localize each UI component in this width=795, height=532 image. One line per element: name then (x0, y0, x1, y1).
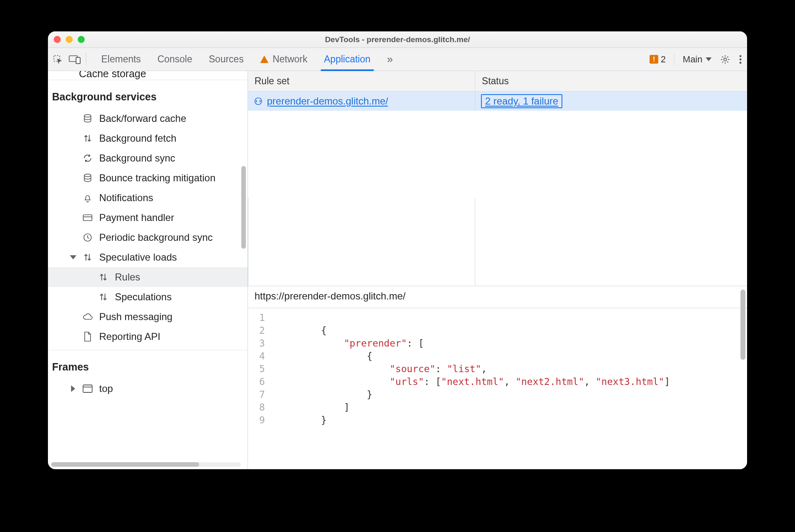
sidebar-item-back-forward-cache[interactable]: Back/forward cache (48, 109, 248, 128)
sidebar-item-periodic-background-sync[interactable]: Periodic background sync (48, 228, 248, 247)
window-close-button[interactable] (54, 36, 61, 43)
database-icon (82, 173, 93, 183)
bell-icon (82, 193, 93, 203)
window-minimize-button[interactable] (66, 36, 73, 43)
sidebar-section-background-services: Background services (48, 80, 248, 109)
svg-rect-12 (83, 385, 92, 392)
sidebar-item-label: Payment handler (99, 212, 174, 223)
swap-vert-icon (82, 252, 93, 262)
chevron-right-icon (70, 385, 76, 392)
sidebar-section-frames: Frames (48, 350, 248, 379)
sidebar-item-cache-storage[interactable]: Cache storage (48, 71, 248, 80)
ruleset-source-icon (254, 97, 263, 106)
sidebar-item-label: Speculations (115, 291, 171, 303)
status-cell[interactable]: 2 ready, 1 failure (475, 92, 747, 111)
tab-application[interactable]: Application (323, 48, 371, 71)
sidebar-item-notifications[interactable]: Notifications (48, 188, 248, 208)
ruleset-link[interactable]: prerender-demos.glitch.me/ (267, 95, 388, 107)
devtools-toolbar: ElementsConsoleSourcesNetworkApplication… (48, 48, 747, 71)
card-icon (82, 213, 93, 223)
rules-table-header: Rule set Status (248, 71, 747, 92)
sidebar-item-label: Bounce tracking mitigation (99, 172, 215, 184)
window-titlebar: DevTools - prerender-demos.glitch.me/ (48, 31, 747, 48)
window-traffic-lights (54, 36, 85, 43)
inspect-element-icon[interactable] (53, 55, 63, 64)
sidebar-item-label: Notifications (99, 192, 153, 204)
issues-count: 2 (661, 54, 666, 65)
chevron-down-icon (706, 57, 712, 61)
tab-network[interactable]: Network (259, 48, 308, 71)
detail-vertical-scrollbar[interactable] (740, 290, 745, 360)
column-header-status[interactable]: Status (475, 71, 747, 91)
sidebar-item-label: Background sync (99, 152, 175, 164)
code-line-gutter: 123456789 (248, 308, 271, 469)
svg-point-5 (740, 55, 742, 57)
svg-rect-2 (76, 57, 80, 64)
sidebar-item-payment-handler[interactable]: Payment handler (48, 208, 248, 228)
ruleset-detail-panel: https://prerender-demos.glitch.me/ 12345… (248, 286, 747, 469)
sidebar-item-label: Background fetch (99, 133, 176, 144)
ruleset-cell[interactable]: prerender-demos.glitch.me/ (248, 92, 475, 111)
window-zoom-button[interactable] (78, 36, 85, 43)
settings-icon[interactable] (720, 54, 731, 65)
status-link[interactable]: 2 ready, 1 failure (481, 94, 562, 108)
sidebar-item-bounce-tracking-mitigation[interactable]: Bounce tracking mitigation (48, 168, 248, 188)
tab-sources[interactable]: Sources (208, 48, 244, 71)
devtools-window: DevTools - prerender-demos.glitch.me/ El… (48, 31, 747, 469)
svg-point-8 (84, 114, 91, 117)
sidebar-item-push-messaging[interactable]: Push messaging (48, 307, 248, 327)
window-title: DevTools - prerender-demos.glitch.me/ (48, 35, 747, 44)
svg-point-9 (84, 174, 91, 176)
svg-point-7 (740, 62, 742, 64)
svg-rect-10 (83, 215, 92, 221)
sidebar-item-label: Rules (115, 271, 140, 283)
more-tabs-button[interactable]: » (386, 48, 394, 71)
device-toolbar-icon[interactable] (69, 55, 81, 64)
rules-panel: Rule set Status prerender-demos.glitch.m… (248, 71, 747, 469)
column-header-ruleset[interactable]: Rule set (248, 71, 475, 91)
sidebar-item-label: Speculative loads (99, 252, 177, 263)
frames-tree: top (48, 379, 248, 402)
sidebar-item-rules[interactable]: Rules (48, 267, 248, 287)
sidebar-item-background-sync[interactable]: Background sync (48, 148, 248, 168)
rules-table-body: prerender-demos.glitch.me/ 2 ready, 1 fa… (248, 92, 747, 286)
background-services-tree: Back/forward cacheBackground fetchBackgr… (48, 109, 248, 350)
warning-icon: ! (650, 55, 658, 64)
application-sidebar: Cache storage Background services Back/f… (48, 71, 248, 469)
clock-icon (82, 233, 93, 242)
tab-elements[interactable]: Elements (100, 48, 142, 71)
database-icon (82, 114, 93, 124)
kebab-menu-icon[interactable] (739, 55, 742, 64)
sidebar-vertical-scrollbar[interactable] (241, 166, 246, 249)
swap-vert-icon (82, 133, 93, 143)
detail-origin: https://prerender-demos.glitch.me/ (248, 286, 747, 308)
sidebar-item-label: Periodic background sync (99, 232, 213, 243)
sidebar-item-speculative-loads[interactable]: Speculative loads (48, 247, 248, 267)
swap-vert-icon (98, 272, 109, 282)
svg-point-6 (740, 58, 742, 60)
content-area: Cache storage Background services Back/f… (48, 71, 747, 469)
context-label: Main (683, 54, 702, 65)
swap-vert-icon (98, 292, 109, 302)
sidebar-item-label: Push messaging (99, 311, 172, 323)
frame-icon (82, 384, 93, 393)
ruleset-source-code: 123456789 ​ { "prerender": [ { "source":… (248, 308, 747, 469)
code-body[interactable]: ​ { "prerender": [ { "source": "list", "… (271, 308, 670, 469)
sidebar-item-speculations[interactable]: Speculations (48, 287, 248, 307)
svg-point-4 (724, 58, 727, 61)
sidebar-item-reporting-api[interactable]: Reporting API (48, 327, 248, 347)
panel-tabs: ElementsConsoleSourcesNetworkApplication… (90, 48, 646, 71)
sidebar-item-label: Reporting API (99, 331, 160, 342)
cloud-icon (82, 312, 93, 322)
sidebar-item-top[interactable]: top (48, 379, 248, 399)
issues-badge[interactable]: ! 2 (650, 54, 666, 65)
target-context-selector[interactable]: Main (683, 54, 712, 65)
sidebar-horizontal-scrollbar[interactable] (51, 462, 241, 467)
file-icon (82, 331, 93, 342)
sidebar-item-background-fetch[interactable]: Background fetch (48, 128, 248, 148)
sidebar-item-label: Back/forward cache (99, 113, 186, 124)
sync-icon (82, 153, 93, 163)
tab-console[interactable]: Console (157, 48, 193, 71)
chevron-down-icon (70, 255, 76, 259)
separator (674, 54, 674, 65)
